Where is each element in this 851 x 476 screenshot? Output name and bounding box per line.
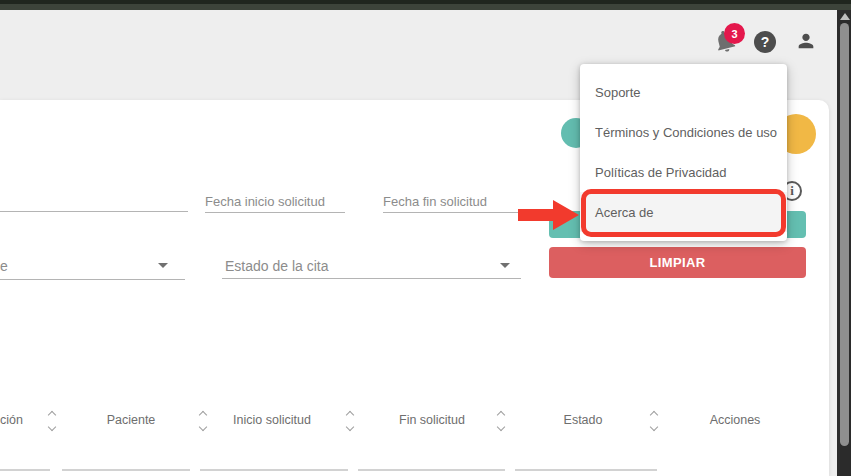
user-account-icon[interactable] (795, 30, 817, 52)
fecha-fin-solicitud-placeholder: Fecha fin solicitud (383, 194, 487, 209)
scrollbar-thumb[interactable] (840, 23, 849, 446)
scrollbar-up-arrow-icon[interactable] (840, 13, 850, 20)
help-icon[interactable]: ? (754, 31, 776, 53)
column-header-paciente[interactable]: Paciente (107, 413, 156, 427)
left-select-field[interactable]: e (0, 258, 185, 280)
estado-cita-label: Estado de la cita (225, 258, 329, 274)
column-header-acciones: Acciones (710, 413, 761, 427)
chevron-down-icon[interactable] (158, 263, 168, 268)
sort-icon[interactable] (649, 412, 659, 430)
fecha-inicio-solicitud-placeholder: Fecha inicio solicitud (205, 194, 325, 209)
column-filter-input[interactable] (358, 455, 505, 471)
menu-item-soporte[interactable]: Soporte (580, 72, 787, 112)
column-filter-input[interactable] (200, 455, 348, 471)
column-filter-input[interactable] (62, 455, 190, 471)
user-options-menu: Soporte Términos y Condiciones de uso Po… (580, 64, 787, 241)
sort-icon[interactable] (345, 412, 355, 430)
menu-item-acerca-de[interactable]: Acerca de (580, 192, 787, 232)
sort-icon[interactable] (198, 412, 208, 430)
notification-badge: 3 (724, 23, 745, 44)
column-filter-input[interactable] (515, 455, 657, 471)
menu-item-terminos[interactable]: Términos y Condiciones de uso (580, 112, 787, 152)
estado-cita-select[interactable]: Estado de la cita (222, 258, 521, 279)
chevron-down-icon[interactable] (500, 263, 510, 268)
limpiar-button[interactable]: LIMPIAR (549, 247, 806, 278)
column-header-identificacion[interactable]: ción (0, 413, 23, 427)
menu-item-politicas[interactable]: Políticas de Privacidad (580, 152, 787, 192)
column-header-fin-solicitud[interactable]: Fin solicitud (399, 413, 465, 427)
sort-icon[interactable] (47, 412, 57, 430)
app-top-bar (0, 4, 851, 10)
fecha-fin-solicitud-input[interactable]: Fecha fin solicitud (383, 194, 521, 213)
fecha-inicio-solicitud-input[interactable]: Fecha inicio solicitud (205, 194, 345, 213)
column-filter-input[interactable] (0, 455, 50, 471)
sort-icon[interactable] (496, 412, 506, 430)
app-window: 3 ? Fecha inicio solicitud Fecha fin sol… (0, 0, 851, 476)
column-header-inicio-solicitud[interactable]: Inicio solicitud (233, 413, 311, 427)
filter-text-input[interactable] (0, 194, 188, 212)
left-select-partial-label: e (0, 258, 8, 274)
column-header-estado[interactable]: Estado (564, 413, 603, 427)
